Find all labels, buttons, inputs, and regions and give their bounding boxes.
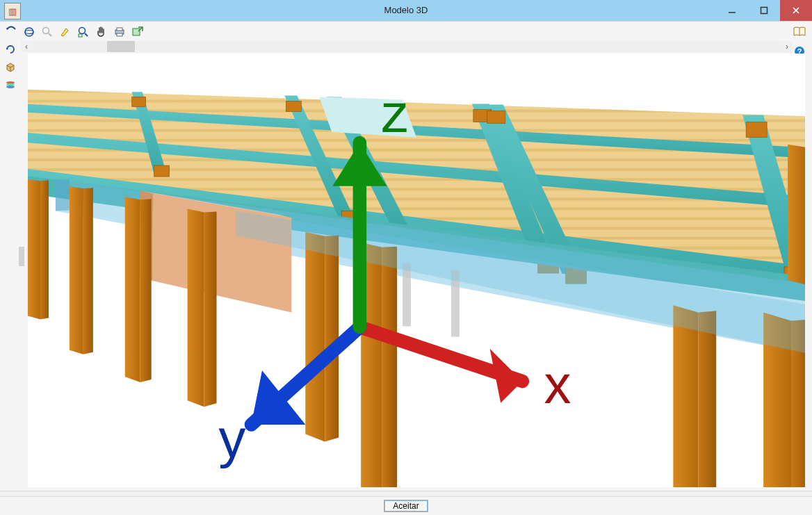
vscroll-thumb[interactable] (19, 247, 24, 266)
layers-icon[interactable] (2, 77, 19, 94)
svg-point-17 (6, 85, 15, 88)
orbit-icon[interactable] (21, 24, 38, 40)
svg-rect-1 (761, 8, 768, 14)
svg-rect-12 (117, 28, 122, 31)
window-controls (716, 0, 812, 21)
horizontal-scrollbar[interactable]: ‹ › (21, 41, 793, 52)
button-bar: Aceitar (0, 496, 812, 515)
svg-rect-14 (133, 28, 140, 35)
rotate-icon[interactable] (3, 24, 19, 40)
highlight-icon[interactable] (57, 24, 74, 40)
minimize-button[interactable] (716, 0, 748, 21)
svg-point-6 (43, 28, 49, 34)
window-titlebar: ▥ Modelo 3D (0, 0, 812, 22)
reset-view-icon[interactable] (2, 41, 19, 58)
window-title: Modelo 3D (0, 0, 812, 21)
zoom-icon[interactable] (39, 24, 56, 40)
3d-viewport[interactable]: x y z (28, 54, 805, 487)
axis-y-label: y (219, 408, 246, 469)
zoom-window-icon[interactable] (75, 24, 92, 40)
client-area: ? ‹ › (0, 21, 812, 515)
vertical-scrollbar[interactable] (21, 52, 24, 504)
svg-point-4 (25, 28, 33, 36)
accept-button[interactable]: Aceitar (384, 500, 428, 512)
side-toolbar (2, 41, 19, 94)
help-book-icon[interactable] (791, 24, 808, 40)
box-view-icon[interactable] (2, 59, 19, 76)
scroll-left-icon[interactable]: ‹ (21, 41, 32, 52)
axis-x-label: x (544, 354, 571, 415)
maximize-button[interactable] (748, 0, 780, 21)
main-toolbar (0, 22, 812, 42)
export-icon[interactable] (129, 24, 146, 40)
svg-marker-82 (332, 142, 387, 186)
svg-point-8 (79, 28, 86, 34)
svg-point-5 (25, 31, 33, 34)
pan-icon[interactable] (93, 24, 110, 40)
svg-rect-10 (79, 34, 82, 37)
close-button[interactable] (780, 0, 812, 21)
svg-line-7 (49, 33, 51, 36)
hscroll-thumb[interactable] (107, 41, 135, 52)
app-icon: ▥ (4, 3, 21, 19)
axis-gizmo: x y z (36, 54, 805, 479)
svg-line-9 (85, 33, 88, 36)
hscroll-track[interactable] (32, 41, 781, 52)
print-icon[interactable] (111, 24, 128, 40)
scroll-right-icon[interactable]: › (781, 41, 793, 52)
axis-z-label: z (382, 83, 409, 144)
svg-rect-13 (117, 33, 122, 36)
